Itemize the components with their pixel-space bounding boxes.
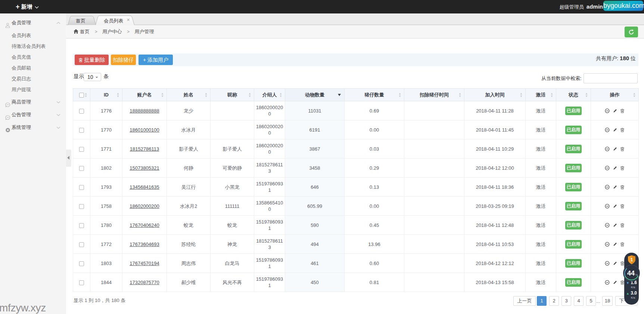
svg-text:44: 44	[627, 270, 635, 277]
svg-text:1: 1	[631, 257, 633, 262]
svg-text:%: %	[635, 273, 638, 277]
